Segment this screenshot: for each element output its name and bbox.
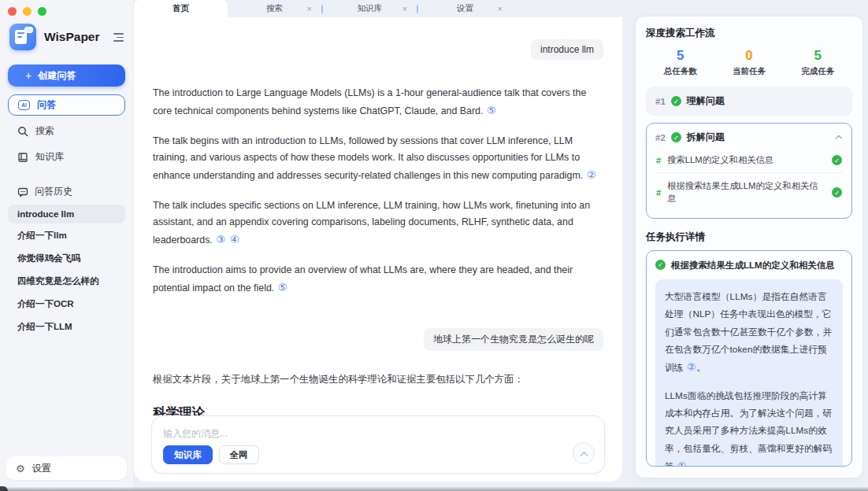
send-button[interactable] [573, 442, 595, 464]
history-list: introduce llm 介绍一下llm 你觉得鸡会飞吗 四维究竟是怎么样的 … [0, 198, 133, 344]
task-detail-card: ✓ 根据搜索结果生成LLM的定义和相关信息 大型语言模型（LLMs）是指在自然语… [646, 250, 852, 467]
task-detail-content[interactable]: 大型语言模型（LLMs）是指在自然语言处理（NLP）任务中表现出色的模型，它们通… [655, 279, 843, 467]
create-qa-button[interactable]: + 创建问答 [8, 65, 125, 87]
subtask-row: # 根据搜索结果生成LLM的定义和相关信息 ✓ [655, 172, 843, 211]
sidebar: WisPaper + 创建问答 AI 问答 搜索 知识库 [0, 0, 134, 491]
check-circle-icon: ✓ [832, 187, 842, 198]
zoom-window-button[interactable] [38, 7, 46, 16]
hash-icon: # [656, 156, 661, 165]
history-item[interactable]: 四维究竟是怎么样的 [8, 271, 125, 292]
tab-search[interactable]: 搜索 × [228, 0, 321, 17]
sidebar-item-knowledge-base[interactable]: 知识库 [8, 146, 125, 168]
assistant-paragraph: The introduction to Large Language Model… [153, 85, 603, 120]
minimize-window-button[interactable] [23, 7, 32, 16]
task-stats: 5 总任务数 0 当前任务 5 完成任务 [646, 48, 852, 77]
book-icon [17, 152, 28, 163]
check-circle-icon: ✓ [655, 260, 666, 270]
close-window-button[interactable] [8, 7, 17, 16]
deep-search-workflow-panel: 深度搜索工作流 5 总任务数 0 当前任务 5 完成任务 #1 ✓ 理解问题 #… [635, 16, 863, 478]
qa-chat-icon: AI [18, 100, 30, 110]
close-icon[interactable]: × [498, 5, 503, 13]
plus-icon: + [25, 69, 32, 82]
history-item[interactable]: 介绍一下LLM [8, 316, 125, 338]
detail-paragraph: LLMs面临的挑战包括推理阶段的高计算成本和内存占用。为了解决这个问题，研究人员… [665, 387, 833, 467]
close-icon[interactable]: × [307, 5, 312, 13]
knowledge-base-toggle-button[interactable]: 知识库 [163, 445, 213, 464]
history-item[interactable]: 介绍一下llm [8, 225, 125, 246]
workflow-step-2[interactable]: #2 ✓ 拆解问题 # 搜索LLM的定义和相关信息 ✓ # 根据搜索结果生成LL… [646, 123, 852, 219]
sidebar-nav: AI 问答 搜索 知识库 [0, 94, 133, 168]
stat-current-task: 0 当前任务 [714, 48, 783, 77]
chat-message-list[interactable]: introduce llm The introduction to Large … [134, 17, 622, 415]
app-logo-icon [9, 24, 36, 50]
detail-paragraph: 大型语言模型（LLMs）是指在自然语言处理（NLP）任务中表现出色的模型，它们通… [665, 288, 833, 378]
window-controls[interactable] [0, 0, 133, 19]
sidebar-collapse-icon[interactable] [111, 31, 124, 42]
web-search-toggle-button[interactable]: 全网 [219, 445, 259, 464]
history-item[interactable]: 介绍一下OCR [8, 293, 125, 315]
check-circle-icon: ✓ [671, 132, 681, 142]
hash-icon: # [656, 188, 661, 198]
chevron-up-icon[interactable] [836, 135, 842, 142]
tab-bar: 首页 搜索 × 知识库 × 设置 × [134, 0, 632, 17]
sidebar-item-qa[interactable]: AI 问答 [8, 94, 125, 116]
search-icon [17, 126, 28, 137]
subtask-row: # 搜索LLM的定义和相关信息 ✓ [655, 147, 843, 172]
stat-total-tasks: 5 总任务数 [646, 48, 714, 77]
check-circle-icon: ✓ [671, 96, 681, 106]
stat-completed-tasks: 5 完成任务 [784, 48, 852, 77]
sidebar-item-search[interactable]: 搜索 [8, 120, 125, 142]
assistant-paragraph: The talk begins with an introduction to … [153, 133, 603, 185]
settings-button[interactable]: ⚙ 设置 [6, 456, 127, 480]
history-item[interactable]: 你觉得鸡会飞吗 [8, 248, 125, 269]
tab-settings[interactable]: 设置 × [418, 0, 512, 17]
close-icon[interactable]: × [402, 5, 407, 13]
tab-knowledge-base[interactable]: 知识库 × [323, 0, 417, 17]
history-item[interactable]: introduce llm [8, 205, 125, 223]
assistant-paragraph: The introduction aims to provide an over… [153, 262, 603, 297]
user-message-bubble: 地球上第一个生物究竟是怎么诞生的呢 [424, 328, 603, 351]
history-section-header: 问答历史 [0, 185, 133, 198]
chat-main-panel: introduce llm The introduction to Large … [134, 17, 622, 482]
check-circle-icon: ✓ [832, 155, 842, 165]
app-brand: WisPaper [0, 19, 133, 58]
workflow-step-1[interactable]: #1 ✓ 理解问题 [646, 87, 852, 116]
gear-icon: ⚙ [16, 463, 25, 474]
arrow-up-icon [580, 451, 588, 459]
app-title: WisPaper [44, 30, 103, 44]
window-bottom-edge [0, 487, 868, 491]
message-input-area: 知识库 全网 [151, 415, 605, 474]
workflow-title: 深度搜索工作流 [646, 27, 852, 40]
chat-history-icon [17, 186, 28, 198]
message-input[interactable] [163, 428, 464, 439]
answer-heading: 科学理论 [153, 404, 603, 415]
assistant-paragraph: 根据文本片段，关于地球上第一个生物诞生的科学理论和证据主要包括以下几个方面： [153, 371, 603, 388]
assistant-paragraph: The talk includes specific sections on L… [153, 198, 603, 249]
user-message-bubble: introduce llm [531, 39, 603, 60]
tab-home[interactable]: 首页 [134, 0, 228, 17]
task-details-title: 任务执行详情 [646, 231, 852, 244]
